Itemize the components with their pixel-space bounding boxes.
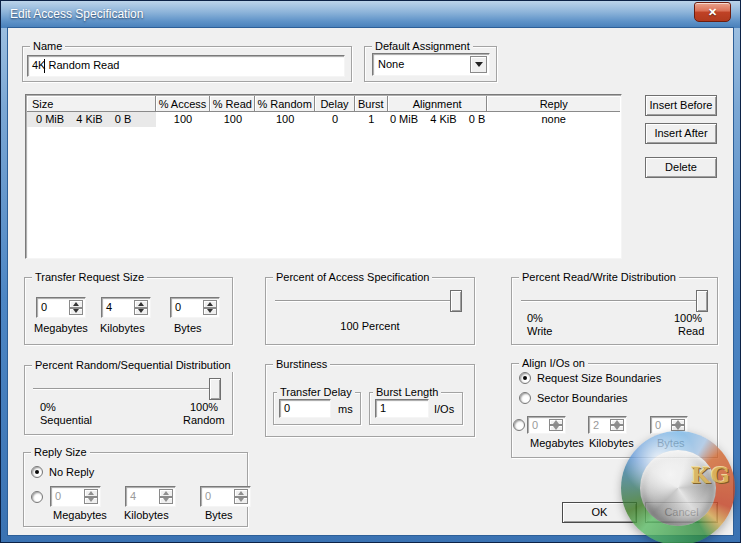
spinner-up-icon[interactable]: [69, 300, 83, 308]
insert-before-button[interactable]: Insert Before: [645, 95, 717, 116]
random-sequential-slider-track[interactable]: [33, 388, 221, 390]
spinner-up-icon[interactable]: [159, 489, 173, 497]
transfer-delay-unit: ms: [338, 403, 353, 416]
column-header-alignment[interactable]: Alignment: [388, 96, 488, 112]
reply-bytes-unit: Bytes: [205, 509, 233, 522]
spinner-down-icon[interactable]: [549, 425, 563, 431]
trs-megabytes-spinner[interactable]: 0: [36, 297, 86, 318]
read-write-right-label: Read: [678, 325, 704, 338]
transfer-delay-input[interactable]: 0: [279, 399, 331, 418]
request-size-boundaries-label[interactable]: Request Size Boundaries: [537, 372, 661, 385]
random-sequential-right-label: Random: [183, 414, 225, 427]
read-write-slider-thumb[interactable]: [696, 290, 708, 312]
read-write-right-value: 100%: [674, 312, 702, 325]
random-sequential-label: Percent Random/Sequential Distribution: [32, 358, 234, 372]
name-input-value: 4K Random Read: [32, 59, 119, 71]
percent-access-label: Percent of Access Specification: [273, 270, 432, 284]
random-sequential-right-value: 100%: [190, 401, 218, 414]
burst-length-input[interactable]: 1: [375, 399, 429, 418]
percent-access-slider-track[interactable]: [275, 300, 462, 302]
align-custom-radio[interactable]: [513, 419, 525, 431]
column-header-size[interactable]: Size: [27, 96, 156, 112]
random-sequential-left-value: 0%: [40, 401, 56, 414]
burst-length-unit: I/Os: [434, 403, 454, 416]
burst-length-label: Burst Length: [373, 385, 441, 399]
default-assignment-label: Default Assignment: [372, 39, 473, 53]
access-spec-table: Size % Access % Read % Random Delay Burs…: [25, 94, 622, 259]
row-cell-size[interactable]: 0 MiB 4 KiB 0 B: [27, 112, 156, 127]
percent-access-slider-thumb[interactable]: [450, 290, 462, 312]
trs-bytes-unit: Bytes: [174, 322, 202, 335]
delete-button[interactable]: Delete: [645, 157, 717, 178]
text-caret: [44, 59, 45, 73]
dropdown-arrow-button[interactable]: [470, 56, 487, 73]
column-header-reply[interactable]: Reply: [487, 96, 620, 112]
sector-boundaries-label[interactable]: Sector Boundaries: [537, 392, 628, 405]
align-kilobytes-spinner[interactable]: 2: [588, 416, 627, 434]
spinner-down-icon[interactable]: [610, 425, 624, 431]
burst-length-value: 1: [380, 402, 386, 414]
column-header-random[interactable]: % Random: [255, 96, 315, 112]
row-cell-access[interactable]: 100: [156, 112, 211, 127]
align-kilobytes-unit: Kilobytes: [589, 437, 634, 450]
trs-kilobytes-spinner[interactable]: 4: [101, 297, 151, 318]
percent-access-value: 100 Percent: [265, 320, 475, 333]
row-cell-reply[interactable]: none: [487, 112, 620, 127]
random-sequential-left-label: Sequential: [40, 414, 92, 427]
spinner-up-icon[interactable]: [234, 489, 248, 497]
no-reply-radio[interactable]: [31, 466, 43, 478]
sector-boundaries-radio[interactable]: [519, 392, 531, 404]
spinner-down-icon[interactable]: [203, 308, 217, 316]
reply-bytes-spinner[interactable]: 0: [200, 486, 251, 507]
read-write-label: Percent Read/Write Distribution: [519, 270, 679, 284]
reply-megabytes-unit: Megabytes: [53, 509, 107, 522]
spinner-down-icon[interactable]: [234, 497, 248, 505]
align-megabytes-spinner[interactable]: 0: [527, 416, 566, 434]
row-cell-alignment[interactable]: 0 MiB 4 KiB 0 B: [388, 112, 488, 127]
reply-megabytes-spinner[interactable]: 0: [50, 486, 101, 507]
transfer-delay-label: Transfer Delay: [277, 385, 355, 399]
default-assignment-dropdown[interactable]: None: [372, 53, 490, 76]
column-header-read[interactable]: % Read: [210, 96, 255, 112]
read-write-left-label: Write: [527, 325, 552, 338]
chevron-down-icon: [475, 62, 483, 67]
column-header-access[interactable]: % Access: [156, 96, 211, 112]
request-size-boundaries-radio[interactable]: [519, 372, 531, 384]
row-cell-delay[interactable]: 0: [315, 112, 355, 127]
random-sequential-slider-thumb[interactable]: [209, 378, 221, 400]
column-header-delay[interactable]: Delay: [315, 96, 355, 112]
reply-kilobytes-spinner[interactable]: 4: [125, 486, 176, 507]
table-row[interactable]: 0 MiB 4 KiB 0 B 100 100 100 0 1 0 MiB 4 …: [27, 112, 620, 127]
spinner-up-icon[interactable]: [203, 300, 217, 308]
reply-kilobytes-unit: Kilobytes: [124, 509, 169, 522]
align-ios-label: Align I/Os on: [519, 356, 588, 370]
spinner-down-icon[interactable]: [159, 497, 173, 505]
transfer-request-size-label: Transfer Request Size: [32, 270, 147, 284]
reply-size-label: Reply Size: [31, 445, 90, 459]
column-header-burst[interactable]: Burst: [355, 96, 388, 112]
read-write-slider-track[interactable]: [521, 300, 708, 302]
table-header-row: Size % Access % Read % Random Delay Burs…: [27, 96, 620, 112]
trs-bytes-spinner[interactable]: 0: [170, 297, 220, 318]
spinner-up-icon[interactable]: [84, 489, 98, 497]
spinner-down-icon[interactable]: [84, 497, 98, 505]
kitguru-logo-text: KG: [691, 462, 731, 488]
spinner-down-icon[interactable]: [134, 308, 148, 316]
no-reply-label[interactable]: No Reply: [49, 466, 94, 479]
title-bar[interactable]: Edit Access Specification: [1, 1, 740, 28]
row-cell-read[interactable]: 100: [210, 112, 255, 127]
burstiness-label: Burstiness: [273, 357, 330, 371]
spinner-down-icon[interactable]: [69, 308, 83, 316]
name-input[interactable]: 4K Random Read: [27, 55, 345, 77]
reply-custom-radio[interactable]: [31, 491, 43, 503]
close-icon: ✕: [708, 6, 717, 18]
percent-access-group: Percent of Access Specification: [265, 277, 475, 345]
trs-kilobytes-unit: Kilobytes: [100, 322, 145, 335]
read-write-left-value: 0%: [527, 312, 543, 325]
close-button[interactable]: ✕: [694, 2, 731, 22]
insert-after-button[interactable]: Insert After: [645, 123, 717, 144]
row-cell-random[interactable]: 100: [255, 112, 315, 127]
spinner-up-icon[interactable]: [134, 300, 148, 308]
name-group-label: Name: [30, 39, 65, 53]
row-cell-burst[interactable]: 1: [355, 112, 388, 127]
